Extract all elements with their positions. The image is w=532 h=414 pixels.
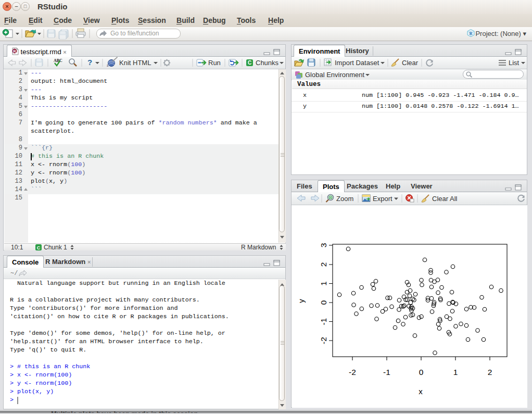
svg-text:?: ? <box>87 58 92 67</box>
svg-text:3: 3 <box>319 243 328 248</box>
svg-text:2: 2 <box>319 262 328 267</box>
svg-text:1: 1 <box>319 281 328 286</box>
svg-text:C: C <box>37 245 41 250</box>
svg-text:-1: -1 <box>319 318 328 325</box>
svg-text:R: R <box>469 31 473 36</box>
svg-text:0: 0 <box>419 368 424 377</box>
svg-text:Zoom: Zoom <box>336 195 353 203</box>
svg-text:x: x <box>419 387 423 396</box>
svg-text:List: List <box>509 59 520 67</box>
svg-text:y: y <box>297 299 306 303</box>
svg-text:R: R <box>13 49 16 54</box>
svg-text:Export: Export <box>373 195 392 203</box>
svg-text:2: 2 <box>488 368 492 377</box>
svg-text:s: s <box>107 64 109 67</box>
svg-text:Knit HTML: Knit HTML <box>119 59 151 67</box>
svg-text:Chunks: Chunks <box>256 59 279 67</box>
svg-text:-2: -2 <box>319 337 328 344</box>
svg-text:Clear All: Clear All <box>432 195 458 203</box>
svg-text:-2: -2 <box>349 368 356 377</box>
svg-text:ABC: ABC <box>54 58 62 63</box>
svg-text:0: 0 <box>319 300 328 305</box>
svg-text:Clear: Clear <box>402 59 419 67</box>
svg-text:Import Dataset: Import Dataset <box>335 59 379 67</box>
svg-text:1: 1 <box>453 368 458 377</box>
svg-text:C: C <box>248 60 251 66</box>
svg-text:Run: Run <box>208 59 221 67</box>
svg-text:-1: -1 <box>383 368 390 377</box>
